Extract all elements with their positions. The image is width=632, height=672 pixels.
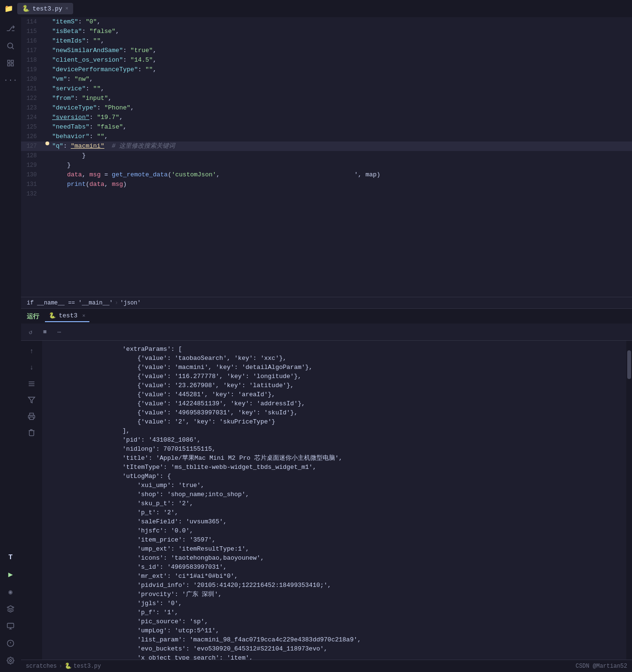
- t-line-4: {'value': '23.267908', 'key': 'latitude'…: [48, 381, 621, 390]
- t-line-33: 'evo_buckets': 'evo530920_645312#S22104_…: [48, 644, 621, 653]
- breadcrumb-json: 'json': [120, 300, 141, 306]
- t-line-20: 'hjsfc': '0.0',: [48, 526, 621, 535]
- code-line-128: 128 }: [21, 151, 632, 161]
- search-icon[interactable]: [3, 38, 18, 54]
- code-line-127: 127 "q": "macmini" # 这里修改搜索关键词: [21, 141, 632, 151]
- t-line-29: 'p_f': '1',: [48, 608, 621, 617]
- svg-rect-3: [11, 60, 13, 63]
- sidebar: ⎇ ··· T ▶ ◉: [0, 17, 21, 672]
- debug-icon[interactable]: ◉: [3, 584, 18, 599]
- code-line-122: 122 "from": "input",: [21, 94, 632, 103]
- svg-point-0: [8, 43, 13, 48]
- panel-divider: 运行 🐍 test3 ×: [21, 308, 632, 324]
- extensions-icon[interactable]: [3, 55, 18, 71]
- t-line-11: 'nidlong': 7070151155115,: [48, 444, 621, 454]
- code-lines: 114 "itemS": "0", 115 "isBeta": "false",…: [21, 17, 632, 199]
- settings-icon[interactable]: [3, 653, 18, 668]
- t-line-34: 'x_object_type_search': 'item',: [48, 653, 621, 660]
- run-label: 运行: [27, 312, 39, 321]
- bottom-python-icon: 🐍: [65, 662, 72, 670]
- code-line-124: 124 "sversion": "19.7",: [21, 113, 632, 122]
- tab-label: test3.py: [33, 5, 62, 12]
- bottom-bar: scratches › 🐍 test3.py CSDN @Martian52: [21, 660, 632, 672]
- t-line-1: {'value': 'taobaoSearch', 'key': 'xxc'},: [48, 354, 621, 363]
- t-line-19: 'saleField': 'uvsum365',: [48, 517, 621, 526]
- terminal-wrapper: ↺ ■ ⋯ ↑ ↓: [21, 324, 632, 660]
- t-line-32: 'list_param': 'macmini_98_f4ac0719cca4c2…: [48, 635, 621, 644]
- t-line-26: 'pidvid_info': '20105:41420;122216452:18…: [48, 581, 621, 590]
- bottom-file-label: test3.py: [74, 663, 101, 670]
- t-line-25: 'mr_ext': 'ci*1#ai*0#bi*0',: [48, 572, 621, 581]
- warning-icon[interactable]: [3, 636, 18, 651]
- t-line-9: ],: [48, 426, 621, 435]
- svg-line-1: [12, 47, 13, 49]
- terminal-more-btn[interactable]: ⋯: [54, 326, 65, 338]
- svg-rect-18: [30, 417, 33, 420]
- t-line-14: 'utLogMap': {: [48, 472, 621, 481]
- breakpoint-dot: [45, 141, 49, 145]
- code-line-117: 117 "newSimilarAndSame": "true",: [21, 46, 632, 55]
- sidebar-bottom: T ▶ ◉: [3, 550, 18, 672]
- terminal-down-btn[interactable]: ↓: [25, 361, 38, 374]
- breadcrumb-bar: if __name__ == '__main__' › 'json': [21, 297, 632, 308]
- terminal-output: 'extraParams': [ {'value': 'taobaoSearch…: [48, 345, 621, 660]
- code-line-129: 129 }: [21, 161, 632, 170]
- t-line-0: 'extraParams': [: [48, 345, 621, 354]
- tool-icon[interactable]: T: [3, 550, 18, 565]
- scrollbar-thumb[interactable]: [627, 350, 631, 379]
- t-line-28: 'jgls': '0',: [48, 599, 621, 608]
- code-line-114: 114 "itemS": "0",: [21, 17, 632, 27]
- t-line-21: 'item_price': '3597',: [48, 535, 621, 544]
- t-line-24: 's_id': '4969583997031',: [48, 563, 621, 572]
- editor-container: 114 "itemS": "0", 115 "isBeta": "false",…: [21, 17, 632, 672]
- source-control-icon[interactable]: ⎇: [3, 21, 18, 36]
- monitor-icon[interactable]: [3, 618, 18, 634]
- terminal-refresh-btn[interactable]: ↺: [25, 326, 36, 338]
- title-bar: 📁 🐍 test3.py ×: [0, 0, 632, 17]
- panel-tab-test3[interactable]: 🐍 test3 ×: [45, 310, 89, 322]
- editor-tab[interactable]: 🐍 test3.py ×: [17, 3, 73, 14]
- code-line-121: 121 "service": "",: [21, 84, 632, 94]
- terminal-content[interactable]: 'extraParams': [ {'value': 'taobaoSearch…: [42, 341, 626, 660]
- tab-close-btn[interactable]: ×: [65, 6, 68, 11]
- code-line-123: 123 "deviceType": "Phone",: [21, 103, 632, 113]
- code-line-119: 119 "devicePerformanceType": "",: [21, 65, 632, 75]
- scratches-label: scratches: [26, 663, 57, 670]
- code-line-126: 126 "behavior": "",: [21, 132, 632, 141]
- svg-point-13: [10, 660, 11, 661]
- terminal-trash-btn[interactable]: [25, 426, 38, 439]
- terminal-filter-btn[interactable]: [25, 393, 38, 407]
- code-editor[interactable]: 114 "itemS": "0", 115 "isBeta": "false",…: [21, 17, 632, 297]
- scrollbar-track[interactable]: [626, 341, 632, 660]
- breadcrumb-main: if __name__ == '__main__': [27, 300, 113, 306]
- t-line-15: 'xui_ump': 'true',: [48, 481, 621, 490]
- t-line-23: 'icons': 'taotehongbao,baoyounew',: [48, 553, 621, 563]
- run-green-icon[interactable]: ▶: [3, 567, 18, 582]
- code-line-120: 120 "vm": "nw",: [21, 75, 632, 84]
- code-line-131: 131 print(data, msg): [21, 180, 632, 189]
- panel-tab-close[interactable]: ×: [82, 313, 86, 319]
- panel-tab-label: test3: [59, 312, 77, 319]
- terminal-list-btn[interactable]: [25, 377, 38, 390]
- layers-icon[interactable]: [3, 601, 18, 617]
- folder-icon: 📁: [4, 4, 13, 13]
- t-line-22: 'ump_ext': 'itemResultType:1',: [48, 544, 621, 553]
- t-line-17: 'sku_p_t': '2',: [48, 499, 621, 508]
- more-icon[interactable]: ···: [3, 73, 18, 88]
- code-line-125: 125 "needTabs": "false",: [21, 122, 632, 132]
- terminal-stop-btn[interactable]: ■: [39, 326, 51, 338]
- code-line-132: 132: [21, 189, 632, 199]
- t-line-27: 'provcity': '广东 深圳',: [48, 590, 621, 599]
- bottom-bar-sep: ›: [59, 662, 63, 670]
- code-line-116: 116 "itemIds": "",: [21, 36, 632, 46]
- terminal-up-btn[interactable]: ↑: [25, 345, 38, 358]
- t-line-7: {'value': '4969583997031', 'key': 'skuId…: [48, 408, 621, 417]
- svg-rect-4: [11, 64, 13, 66]
- t-line-30: 'pic_source': 'sp',: [48, 617, 621, 626]
- code-line-118: 118 "client_os_version": "14.5",: [21, 55, 632, 65]
- t-line-2: {'value': 'macmini', 'key': 'detailAlgoP…: [48, 363, 621, 372]
- terminal-print-btn[interactable]: [25, 410, 38, 423]
- code-line-115: 115 "isBeta": "false",: [21, 27, 632, 36]
- code-line-130: 130 data, msg = get_remote_data('customJ…: [21, 170, 632, 180]
- python-tab-icon: 🐍: [22, 5, 30, 12]
